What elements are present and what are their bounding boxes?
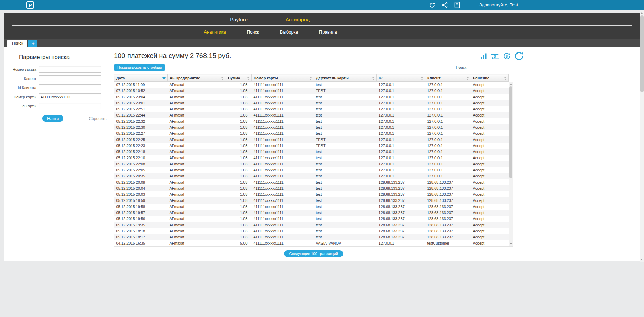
cell-merchant: AFmaxaf — [168, 240, 226, 246]
add-tab-button[interactable]: + — [28, 40, 37, 47]
scroll-down-arrow[interactable] — [509, 242, 513, 246]
cell-ip: 128.68.133.237 — [377, 179, 425, 185]
table-row[interactable]: 05.12.2015 22:51 AFmaxaf 1.03 411111xxxx… — [114, 106, 509, 112]
nav-item-antifraud[interactable]: Антифрод — [286, 17, 310, 22]
table-row[interactable]: 05.12.2015 22:23 AFmaxaf 1.03 411111xxxx… — [114, 143, 509, 149]
table-row[interactable]: 04.12.2015 16:35 AFmaxaf 5.00 411111xxxx… — [114, 240, 509, 246]
cell-client: 127.0.0.1 — [425, 82, 471, 88]
column-header-amount[interactable]: Сумма — [226, 74, 252, 82]
payments-transfer-icon[interactable]: $ — [490, 52, 500, 60]
cell-cardholder: test — [314, 216, 377, 222]
column-header-client[interactable]: Клиент — [425, 74, 471, 82]
page-scroll-down-arrow[interactable] — [640, 257, 643, 261]
nav-item-rules[interactable]: Правила — [319, 29, 337, 35]
nav-item-analytics[interactable]: Аналитика — [204, 29, 226, 35]
client-field[interactable] — [39, 75, 101, 82]
page-scrollbar[interactable] — [640, 10, 644, 262]
find-button[interactable]: Найти — [42, 115, 63, 122]
cell-client: 127.0.0.1 — [425, 173, 471, 179]
table-row[interactable]: 05.12.2015 22:27 AFmaxaf 1.03 411111xxxx… — [114, 130, 509, 136]
table-row[interactable]: 05.12.2015 19:56 AFmaxaf 1.03 411111xxxx… — [114, 216, 509, 222]
nav-item-payture[interactable]: Payture — [230, 17, 248, 22]
column-header-decision[interactable]: Решение — [471, 74, 509, 82]
card-id-field[interactable] — [39, 103, 101, 109]
username-link[interactable]: Test — [510, 2, 518, 7]
topbar: P Здравствуйте,Test — [0, 0, 644, 10]
page-scrollbar-thumb[interactable] — [640, 15, 644, 92]
results-area: 100 платежей на сумму 2 768.15 руб. $ $ — [110, 47, 640, 261]
column-header-merchant[interactable]: AF Предприятие — [168, 74, 226, 82]
table-row[interactable]: 05.12.2015 19:58 AFmaxaf 1.03 411111xxxx… — [114, 204, 509, 210]
table-row[interactable]: 05.12.2015 20:35 AFmaxaf 1.03 411111xxxx… — [114, 173, 509, 179]
table-row[interactable]: 05.12.2015 19:57 AFmaxaf 1.03 411111xxxx… — [114, 210, 509, 216]
payture-logo[interactable]: P — [26, 1, 34, 9]
nav-item-selection[interactable]: Выборка — [280, 29, 298, 35]
table-row[interactable]: 05.12.2015 20:03 AFmaxaf 1.03 411111xxxx… — [114, 191, 509, 197]
cell-decision: Accept — [471, 143, 509, 149]
table-row[interactable]: 05.12.2015 22:18 AFmaxaf 1.03 411111xxxx… — [114, 149, 509, 155]
table-row[interactable]: 05.12.2015 20:08 AFmaxaf 1.03 411111xxxx… — [114, 179, 509, 185]
card-number-label: Номер карты — [4, 95, 39, 99]
order-number-field[interactable] — [39, 66, 101, 73]
table-row[interactable]: 05.12.2015 18:18 AFmaxaf 1.03 411111xxxx… — [114, 228, 509, 234]
bar-chart-icon[interactable] — [480, 52, 487, 60]
next-page-button[interactable]: Следующие 100 транзакций — [284, 250, 343, 257]
table-scrollbar[interactable] — [509, 82, 513, 246]
cell-decision: Accept — [471, 106, 509, 112]
table-row[interactable]: 05.12.2015 22:10 AFmaxaf 1.03 411111xxxx… — [114, 155, 509, 161]
table-row[interactable]: 05.12.2015 22:08 AFmaxaf 1.03 411111xxxx… — [114, 161, 509, 167]
page-scroll-up-arrow[interactable] — [640, 11, 643, 15]
table-row[interactable]: 07.12.2015 11:09 AFmaxaf 1.03 411111xxxx… — [114, 82, 509, 88]
cell-card-number: 411111xxxxxx1111 — [252, 210, 314, 216]
table-row[interactable]: 05.12.2015 22:25 AFmaxaf 1.03 411111xxxx… — [114, 136, 509, 143]
cell-date: 05.12.2015 22:44 — [114, 112, 168, 118]
table-row[interactable]: 05.12.2015 19:35 AFmaxaf 1.03 411111xxxx… — [114, 222, 509, 228]
column-header-cardholder[interactable]: Держатель карты — [314, 74, 377, 82]
cell-amount: 1.03 — [226, 173, 252, 179]
tab-search[interactable]: Поиск — [7, 40, 27, 47]
cell-client: 128.68.133.237 — [425, 234, 471, 240]
table-row[interactable]: 07.12.2015 10:52 AFmaxaf 1.03 411111xxxx… — [114, 88, 509, 94]
table-row[interactable]: 05.12.2015 22:44 AFmaxaf 1.03 411111xxxx… — [114, 112, 509, 118]
client-id-field[interactable] — [39, 84, 101, 91]
table-row[interactable]: 05.12.2015 22:30 AFmaxaf 1.03 411111xxxx… — [114, 124, 509, 130]
svg-text:$: $ — [506, 54, 508, 58]
nav-primary-row: Payture Антифрод — [0, 13, 587, 22]
cell-client: 128.68.133.237 — [425, 216, 471, 222]
table-row[interactable]: 05.12.2015 22:05 AFmaxaf 1.03 411111xxxx… — [114, 167, 509, 173]
table-row[interactable]: 05.12.2015 22:32 AFmaxaf 1.03 411111xxxx… — [114, 118, 509, 124]
table-row[interactable]: 05.12.2015 20:04 AFmaxaf 1.03 411111xxxx… — [114, 185, 509, 191]
nav-item-search[interactable]: Поиск — [247, 29, 259, 35]
reload-icon[interactable] — [514, 51, 524, 61]
cell-cardholder: test — [314, 228, 377, 234]
cell-decision: Accept — [471, 216, 509, 222]
table-filter: Поиск — [456, 64, 513, 70]
table-row[interactable]: 05.12.2015 23:01 AFmaxaf 1.03 411111xxxx… — [114, 100, 509, 106]
table-row[interactable]: 05.12.2015 18:17 AFmaxaf 1.03 411111xxxx… — [114, 234, 509, 240]
reset-link[interactable]: Сбросить — [89, 116, 106, 121]
refresh-icon[interactable] — [428, 1, 436, 9]
currency-exchange-icon[interactable]: $ — [503, 52, 511, 60]
cell-amount: 1.03 — [226, 216, 252, 222]
field-row-order: Номер заказа — [4, 66, 110, 73]
column-header-card-number[interactable]: Номер карты — [252, 74, 314, 82]
scroll-up-arrow[interactable] — [509, 82, 513, 86]
column-header-date[interactable]: Дата — [114, 74, 168, 82]
cell-date: 05.12.2015 22:08 — [114, 161, 168, 167]
card-number-field[interactable] — [39, 93, 101, 100]
table-row[interactable]: 05.12.2015 23:04 AFmaxaf 1.03 411111xxxx… — [114, 94, 509, 100]
report-icon[interactable] — [453, 1, 461, 9]
cell-client: 127.0.0.1 — [425, 88, 471, 94]
table-scrollbar-thumb[interactable] — [509, 86, 512, 178]
cell-cardholder: test — [314, 94, 377, 100]
toggle-columns-button[interactable]: Показать/скрыть столбцы — [114, 64, 165, 71]
cell-date: 05.12.2015 20:03 — [114, 191, 168, 197]
cell-ip: 128.68.133.237 — [377, 222, 425, 228]
table-row[interactable]: 05.12.2015 19:59 AFmaxaf 1.03 411111xxxx… — [114, 197, 509, 204]
table-footer: Следующие 100 транзакций — [114, 250, 513, 257]
services-icon[interactable] — [441, 1, 448, 9]
column-header-ip[interactable]: IP — [377, 74, 425, 82]
filter-input[interactable] — [470, 64, 513, 70]
cell-client: 127.0.0.1 — [425, 149, 471, 155]
cell-card-number: 411111xxxxxx1111 — [252, 204, 314, 210]
